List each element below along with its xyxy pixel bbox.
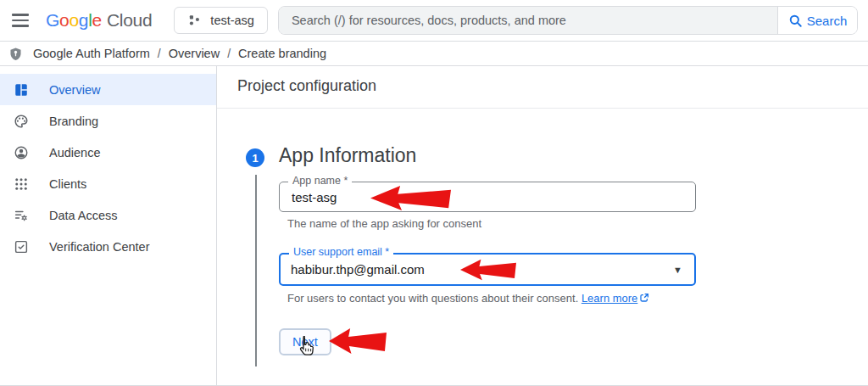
user-support-email-select[interactable]: User support email * habibur.thp@gmail.c… xyxy=(279,253,696,286)
main-content: Project configuration 1 App Information … xyxy=(217,66,868,385)
breadcrumb: Google Auth Platform / Overview / Create… xyxy=(0,42,868,66)
sidebar-item-branding[interactable]: Branding xyxy=(0,105,216,137)
user-support-email-value: habibur.thp@gmail.com xyxy=(281,262,673,277)
sidebar-item-audience[interactable]: Audience xyxy=(0,137,216,168)
app-information-form: App name * The name of the app asking fo… xyxy=(279,182,696,355)
sidebar-item-label: Overview xyxy=(49,83,100,97)
apps-grid-icon xyxy=(13,176,30,193)
breadcrumb-item-create-branding: Create branding xyxy=(238,47,326,60)
search-input[interactable] xyxy=(279,7,777,34)
breadcrumb-item-auth-platform[interactable]: Google Auth Platform xyxy=(33,47,150,60)
sidebar-item-label: Clients xyxy=(49,177,86,191)
left-nav: Overview Branding Audience xyxy=(0,66,217,385)
search-icon xyxy=(788,14,803,28)
page-title: Project configuration xyxy=(237,77,376,95)
app-name-field: App name * xyxy=(279,182,696,212)
project-icon xyxy=(187,14,202,28)
global-search: Search xyxy=(278,6,858,35)
verification-checkbox-icon xyxy=(13,238,30,255)
search-button[interactable]: Search xyxy=(777,7,857,34)
breadcrumb-separator: / xyxy=(158,47,161,60)
title-divider xyxy=(217,108,868,109)
app-name-input[interactable] xyxy=(280,182,695,211)
top-app-bar: Google Cloud test-asg Search xyxy=(0,0,868,42)
auth-platform-shield-icon xyxy=(8,47,23,61)
search-button-label: Search xyxy=(807,14,848,28)
sidebar-item-clients[interactable]: Clients xyxy=(0,168,216,199)
user-support-email-label: User support email * xyxy=(289,246,393,258)
stepper-line xyxy=(255,175,257,366)
dashboard-icon xyxy=(13,81,30,98)
step-number-badge: 1 xyxy=(246,148,264,167)
sidebar-item-label: Data Access xyxy=(49,209,118,222)
sidebar-item-verification-center[interactable]: Verification Center xyxy=(0,231,216,262)
project-selector-button[interactable]: test-asg xyxy=(174,7,268,34)
breadcrumb-item-overview[interactable]: Overview xyxy=(169,47,220,60)
hamburger-icon[interactable] xyxy=(12,14,29,26)
sidebar-item-data-access[interactable]: Data Access xyxy=(0,199,216,231)
palette-icon xyxy=(13,113,30,130)
data-access-gear-icon xyxy=(13,207,30,224)
person-circle-icon xyxy=(13,144,30,161)
learn-more-link[interactable]: Learn more xyxy=(581,292,637,305)
google-cloud-logo[interactable]: Google Cloud xyxy=(46,10,152,31)
breadcrumb-separator: / xyxy=(227,47,231,60)
app-name-label: App name * xyxy=(288,175,352,187)
external-link-icon xyxy=(639,293,649,305)
sidebar-item-label: Branding xyxy=(49,115,98,128)
sidebar-item-label: Verification Center xyxy=(49,240,149,254)
sidebar-item-label: Audience xyxy=(49,146,100,159)
user-support-email-helper-text: For users to contact you with questions … xyxy=(287,292,696,305)
project-name: test-asg xyxy=(210,14,254,27)
logo-google-text: Google xyxy=(46,10,102,31)
sidebar-item-overview[interactable]: Overview xyxy=(0,74,216,105)
logo-cloud-text: Cloud xyxy=(107,10,152,31)
app-name-helper-text: The name of the app asking for consent xyxy=(287,217,696,230)
dropdown-caret-icon: ▼ xyxy=(673,265,682,275)
section-title-app-information: App Information xyxy=(279,144,416,167)
next-button[interactable]: Next xyxy=(279,328,331,355)
